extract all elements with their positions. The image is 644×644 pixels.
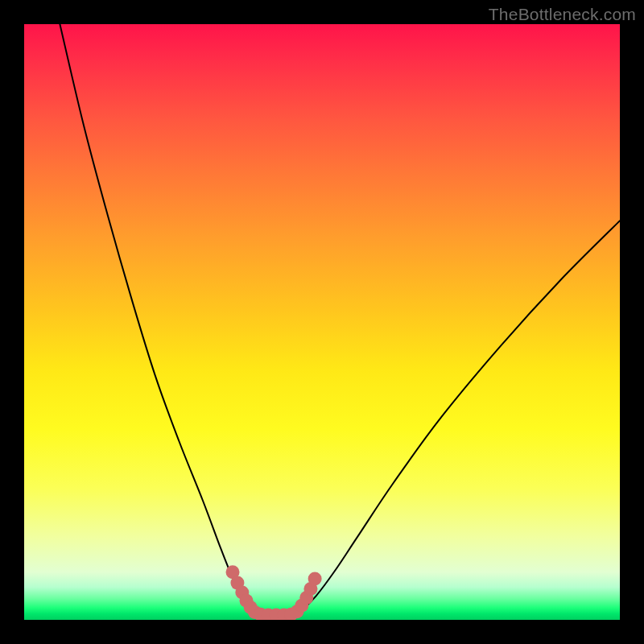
series-curve-left: [60, 24, 254, 614]
curve-layer: [24, 24, 620, 620]
watermark-text: TheBottleneck.com: [489, 5, 636, 24]
plot-area: [24, 24, 620, 620]
series-curve-right: [295, 221, 620, 613]
marker-dot: [308, 572, 322, 585]
chart-frame: TheBottleneck.com: [0, 0, 644, 644]
